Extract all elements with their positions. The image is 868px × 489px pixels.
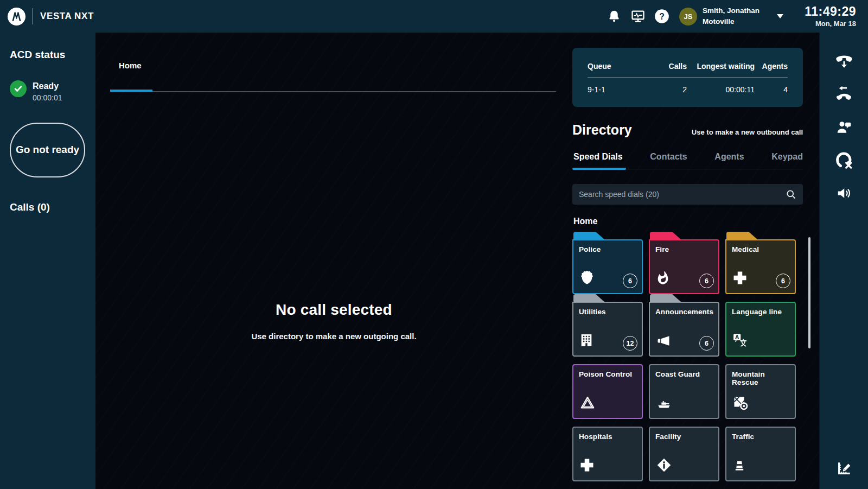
queue-col-header: Longest waiting <box>687 62 755 71</box>
main-area: Home No call selected Use directory to m… <box>95 33 819 489</box>
queue-col-header: Calls <box>653 62 687 71</box>
folder-tab <box>650 232 681 239</box>
tab-underline <box>110 91 556 92</box>
motorola-logo-icon <box>8 8 25 26</box>
tile-label: Utilities <box>579 308 636 316</box>
building-icon <box>579 332 594 351</box>
folder-tab <box>726 232 757 239</box>
chevron-down-icon[interactable] <box>777 14 783 18</box>
listen-cancel-icon[interactable] <box>831 147 857 173</box>
clock: 11:49:29 Mon, Mar 18 <box>797 5 856 28</box>
queue-col-header: Queue <box>588 62 653 71</box>
empty-subtitle: Use directory to make a new outgoing cal… <box>95 332 572 341</box>
queue-status-card: QueueCallsLongest waitingAgents9-1-1200:… <box>572 48 803 107</box>
queue-cell: 4 <box>755 85 788 94</box>
queue-cell: 9-1-1 <box>588 85 653 94</box>
tile-count-badge: 6 <box>623 274 637 288</box>
directory-tab-contacts[interactable]: Contacts <box>649 152 687 169</box>
speed-dial-tile-announcements[interactable]: Announcements6 <box>649 294 719 357</box>
tile-body: Language lineA <box>725 302 796 357</box>
no-call-placeholder: No call selected Use directory to make a… <box>95 301 572 341</box>
directory-hint: Use to make a new outbound call <box>692 128 803 136</box>
app-title: VESTA NXT <box>40 11 94 22</box>
tile-count-badge: 6 <box>776 274 790 288</box>
acd-state-label: Ready <box>33 80 62 91</box>
directory-tabbar: Speed DialsContactsAgentsKeypad <box>572 152 803 169</box>
top-bar: VESTA NXT ? JS Smith, Jonathan Motoville <box>0 0 868 33</box>
acd-state-timer: 00:00:01 <box>33 93 62 102</box>
speed-dial-tile-fire[interactable]: Fire6 <box>649 232 719 294</box>
police-badge-icon <box>579 269 595 288</box>
tile-body: Medical6 <box>725 239 796 294</box>
tile-count-badge: 6 <box>699 336 714 351</box>
user-name: Smith, Jonathan Motoville <box>703 5 760 27</box>
grid-scrollbar[interactable] <box>808 237 810 348</box>
tile-label: Poison Control <box>579 370 636 378</box>
directory-tab-agents[interactable]: Agents <box>713 152 744 169</box>
speed-dial-tile-traffic[interactable]: Traffic <box>725 419 796 481</box>
search-icon[interactable] <box>786 189 796 200</box>
speed-dial-tile-mountain-rescue[interactable]: Mountain Rescue <box>725 357 796 419</box>
tab-home[interactable]: Home <box>110 61 142 91</box>
tile-count-badge: 12 <box>623 336 637 351</box>
speaker-icon[interactable] <box>831 180 857 206</box>
speed-dial-tile-utilities[interactable]: Utilities12 <box>572 294 643 357</box>
tile-body: Announcements6 <box>649 302 719 357</box>
tile-label: Mountain Rescue <box>732 370 789 386</box>
folder-tab <box>573 294 604 302</box>
brand-divider <box>32 8 33 24</box>
layout-edit-icon[interactable] <box>831 455 857 481</box>
speed-dial-tile-police[interactable]: Police6 <box>572 232 643 294</box>
svg-text:?: ? <box>659 12 665 21</box>
tile-body: Hospitals <box>572 427 643 481</box>
traffic-beacon-icon <box>732 457 747 475</box>
speed-dial-tile-language-line[interactable]: Language lineA <box>725 294 796 357</box>
call-workspace: Home No call selected Use directory to m… <box>95 33 572 489</box>
tile-label: Hospitals <box>579 433 636 441</box>
tile-label: Medical <box>732 245 789 253</box>
agent-chat-icon[interactable] <box>831 114 857 140</box>
tile-body: Utilities12 <box>572 302 643 357</box>
directory-tab-speed-dials[interactable]: Speed Dials <box>572 152 623 169</box>
system-monitor-icon[interactable] <box>626 4 650 28</box>
user-menu[interactable]: JS Smith, Jonathan Motoville <box>679 5 760 27</box>
directory-title: Directory <box>572 122 632 138</box>
tile-body: Police6 <box>572 239 643 294</box>
speed-dial-tile-poison-control[interactable]: Poison Control <box>572 357 643 419</box>
speed-dial-tile-hospitals[interactable]: Hospitals <box>572 419 643 481</box>
boat-icon <box>655 396 673 413</box>
speed-dial-tile-facility[interactable]: Facility <box>649 419 719 481</box>
medical-cross-icon <box>732 270 748 288</box>
tile-body: Facility <box>649 427 719 481</box>
folder-tab <box>573 232 604 239</box>
tile-label: Fire <box>655 245 713 253</box>
speed-dial-tile-coast-guard[interactable]: Coast Guard <box>649 357 719 419</box>
directory-tab-keypad[interactable]: Keypad <box>770 152 803 169</box>
clock-time: 11:49:29 <box>797 5 856 18</box>
directory-section-label: Home <box>573 217 803 226</box>
speed-dial-grid: Police6Fire6Medical6Utilities12Announcem… <box>572 232 803 481</box>
queue-header-row: QueueCallsLongest waitingAgents <box>588 56 788 78</box>
speed-dial-search[interactable] <box>572 184 803 205</box>
translate-icon: A <box>732 332 748 351</box>
call-recall-icon[interactable] <box>831 81 857 107</box>
queue-cell: 00:00:11 <box>687 85 755 94</box>
tile-body: Traffic <box>725 427 796 481</box>
go-not-ready-button[interactable]: Go not ready <box>10 123 85 177</box>
flame-icon <box>655 270 671 288</box>
call-control-toolbar <box>819 33 868 489</box>
call-pickup-icon[interactable] <box>831 48 857 74</box>
directory-panel: QueueCallsLongest waitingAgents9-1-1200:… <box>572 48 803 489</box>
speed-dial-tile-medical[interactable]: Medical6 <box>725 232 796 294</box>
acd-sidebar: ACD status Ready 00:00:01 Go not ready C… <box>0 33 95 489</box>
rescue-map-icon <box>732 395 749 413</box>
ready-check-icon <box>10 80 27 97</box>
avatar: JS <box>679 8 697 26</box>
clock-date: Mon, Mar 18 <box>797 20 856 28</box>
tile-body: Mountain Rescue <box>725 364 796 419</box>
notifications-bell-icon[interactable] <box>602 4 626 28</box>
tile-label: Coast Guard <box>655 370 713 378</box>
tile-body: Poison Control <box>572 364 643 419</box>
help-icon[interactable]: ? <box>650 4 674 28</box>
search-input[interactable] <box>579 190 786 199</box>
